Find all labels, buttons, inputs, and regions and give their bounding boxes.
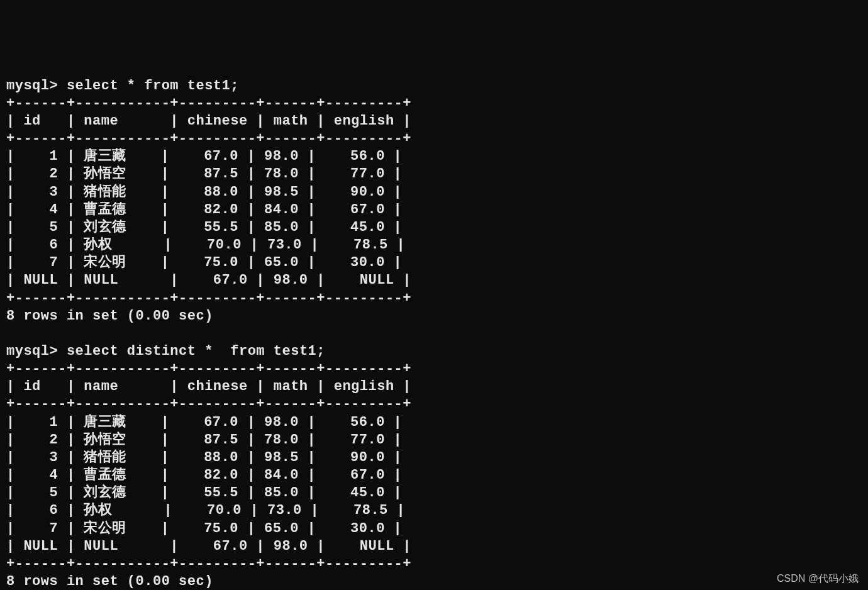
table-row: | 1 | 唐三藏 | 67.0 | 98.0 | 56.0 | xyxy=(6,148,402,164)
table-row: | 6 | 孙权 | 70.0 | 73.0 | 78.5 | xyxy=(6,503,405,518)
mysql-prompt: mysql> xyxy=(6,343,58,359)
table-border: +------+-----------+---------+------+---… xyxy=(6,556,411,572)
query-1: select * from test1; xyxy=(67,78,239,94)
table-border: +------+-----------+---------+------+---… xyxy=(6,361,411,377)
table-row: | 1 | 唐三藏 | 67.0 | 98.0 | 56.0 | xyxy=(6,415,402,430)
table-header: | id | name | chinese | math | english | xyxy=(6,113,411,129)
mysql-prompt: mysql> xyxy=(6,78,58,94)
table-border: +------+-----------+---------+------+---… xyxy=(6,131,411,147)
result-message: 8 rows in set (0.00 sec) xyxy=(6,574,213,589)
table-row: | NULL | NULL | 67.0 | 98.0 | NULL | xyxy=(6,272,411,288)
table-row: | 7 | 宋公明 | 75.0 | 65.0 | 30.0 | xyxy=(6,255,402,270)
table-border: +------+-----------+---------+------+---… xyxy=(6,396,411,412)
table-row: | 6 | 孙权 | 70.0 | 73.0 | 78.5 | xyxy=(6,237,405,253)
table-row: | 3 | 猪悟能 | 88.0 | 98.5 | 90.0 | xyxy=(6,184,402,200)
table-row: | 4 | 曹孟德 | 82.0 | 84.0 | 67.0 | xyxy=(6,467,402,483)
query-2: select distinct * from test1; xyxy=(67,343,325,359)
result-message: 8 rows in set (0.00 sec) xyxy=(6,308,213,324)
table-row: | 5 | 刘玄德 | 55.5 | 85.0 | 45.0 | xyxy=(6,220,402,235)
table-row: | 2 | 孙悟空 | 87.5 | 78.0 | 77.0 | xyxy=(6,166,402,182)
table-row: | NULL | NULL | 67.0 | 98.0 | NULL | xyxy=(6,538,411,554)
table-row: | 5 | 刘玄德 | 55.5 | 85.0 | 45.0 | xyxy=(6,485,402,501)
table-row: | 3 | 猪悟能 | 88.0 | 98.5 | 90.0 | xyxy=(6,450,402,465)
table-row: | 2 | 孙悟空 | 87.5 | 78.0 | 77.0 | xyxy=(6,432,402,448)
table-border: +------+-----------+---------+------+---… xyxy=(6,291,411,306)
table-header: | id | name | chinese | math | english | xyxy=(6,379,411,394)
table-row: | 7 | 宋公明 | 75.0 | 65.0 | 30.0 | xyxy=(6,521,402,537)
table-row: | 4 | 曹孟德 | 82.0 | 84.0 | 67.0 | xyxy=(6,202,402,218)
terminal-output: mysql> select * from test1; +------+----… xyxy=(6,77,862,590)
watermark: CSDN @代码小娥 xyxy=(777,572,859,585)
table-border: +------+-----------+---------+------+---… xyxy=(6,96,411,111)
